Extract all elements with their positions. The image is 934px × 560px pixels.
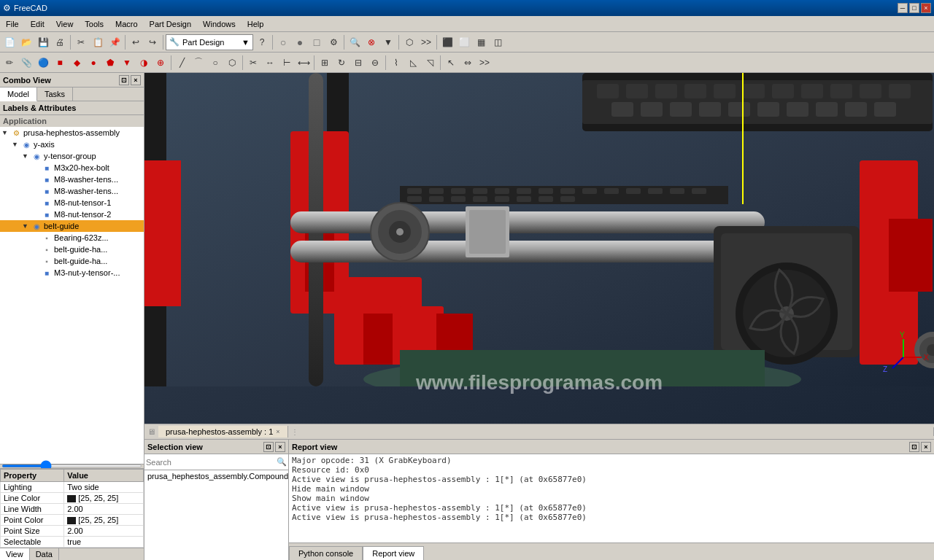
tb-paste[interactable]: 📌 — [107, 34, 123, 50]
tb2-constrain[interactable]: ⊢ — [279, 55, 295, 71]
tb2-red1[interactable]: ■ — [52, 55, 68, 71]
tb-cut[interactable]: ✂ — [73, 34, 89, 50]
menu-file[interactable]: File — [0, 18, 25, 30]
tb-help-wb[interactable]: ? — [254, 34, 270, 50]
tree-item-m3nut[interactable]: ■ M3-nut-y-tensor-... — [0, 267, 144, 279]
tb-measure[interactable]: ⊗ — [363, 34, 379, 50]
tb-circle2[interactable]: ● — [292, 34, 308, 50]
viewport-tab-main[interactable]: prusa-hephestos-assembly : 1 × — [158, 426, 288, 438]
tb-open[interactable]: 📂 — [18, 34, 34, 50]
tb-print[interactable]: 🖨 — [52, 34, 68, 50]
tb2-fillet[interactable]: ⌇ — [388, 55, 404, 71]
maximize-button[interactable]: □ — [909, 3, 919, 13]
tb2-red4[interactable]: ⬟ — [102, 55, 118, 71]
viewport-3d[interactable]: X Y Z www.filesprogramas.com — [144, 73, 934, 424]
tab-tasks[interactable]: Tasks — [37, 88, 73, 101]
report-close-button[interactable]: × — [921, 442, 931, 452]
menu-tools[interactable]: Tools — [79, 18, 109, 30]
sel-float-button[interactable]: ⊡ — [263, 442, 274, 452]
tb2-poly[interactable]: ⬡ — [224, 55, 240, 71]
tab-model[interactable]: Model — [0, 88, 37, 101]
tree-slider[interactable] — [1, 464, 142, 467]
minimize-button[interactable]: ─ — [898, 3, 908, 13]
workbench-dropdown[interactable]: 🔧 Part Design ▼ — [166, 34, 253, 50]
tb-view4[interactable]: ◫ — [490, 34, 506, 50]
close-button[interactable]: × — [921, 3, 931, 13]
tree-item-m8n2[interactable]: ■ M8-nut-tensor-2 — [0, 209, 144, 220]
tree-arrow-m8w2 — [32, 187, 41, 195]
tab-python-console[interactable]: Python console — [289, 546, 363, 560]
tb2-red7[interactable]: ⊕ — [153, 55, 169, 71]
tb-more[interactable]: >> — [418, 34, 434, 50]
tree-item-m8w2[interactable]: ■ M8-washer-tens... — [0, 185, 144, 197]
tb2-extrude[interactable]: ⊞ — [317, 55, 333, 71]
tb2-dim[interactable]: ⟷ — [296, 55, 312, 71]
tree-item-m8n1[interactable]: ■ M8-nut-tensor-1 — [0, 197, 144, 209]
tb2-draft[interactable]: ◹ — [422, 55, 438, 71]
menu-part-design[interactable]: Part Design — [144, 18, 197, 30]
tree-item-assembly[interactable]: ▼ ⚙ prusa-hephestos-assembly — [0, 127, 144, 139]
tb2-extend[interactable]: ↔ — [262, 55, 278, 71]
titlebar-controls[interactable]: ─ □ × — [898, 3, 931, 13]
search-input[interactable] — [146, 458, 277, 467]
menu-macro[interactable]: Macro — [109, 18, 144, 30]
menu-help[interactable]: Help — [242, 18, 270, 30]
tab-view[interactable]: View — [0, 548, 30, 560]
tb2-red2[interactable]: ◆ — [69, 55, 85, 71]
tree-item-ytensor[interactable]: ▼ ◉ y-tensor-group — [0, 150, 144, 162]
tb2-red6[interactable]: ◑ — [136, 55, 152, 71]
tb-zoom[interactable]: 🔍 — [347, 34, 363, 50]
tb-square[interactable]: □ — [309, 34, 325, 50]
report-view-controls[interactable]: ⊡ × — [909, 442, 931, 452]
tb2-red3[interactable]: ● — [85, 55, 101, 71]
sel-view-controls[interactable]: ⊡ × — [263, 442, 285, 452]
tree-item-m3bolt[interactable]: ■ M3x20-hex-bolt — [0, 162, 144, 174]
tb-gear[interactable]: ⚙ — [325, 34, 341, 50]
tb-circle1[interactable]: ○ — [275, 34, 291, 50]
tb-redo[interactable]: ↪ — [144, 34, 161, 50]
menu-edit[interactable]: Edit — [25, 18, 50, 30]
combo-view-controls[interactable]: ⊡ × — [119, 75, 141, 85]
tree-item-beltguide[interactable]: ▼ ◉ belt-guide — [0, 220, 144, 232]
menu-windows[interactable]: Windows — [197, 18, 242, 30]
tree-item-bearing[interactable]: ▪ Bearing-623z... — [0, 232, 144, 244]
tb2-red5[interactable]: ▼ — [119, 55, 135, 71]
tb2-circle[interactable]: ○ — [207, 55, 223, 71]
tree-item-yaxis[interactable]: ▼ ◉ y-axis — [0, 139, 144, 150]
tb-undo[interactable]: ↩ — [128, 34, 144, 50]
tb-view2[interactable]: ⬜ — [456, 34, 472, 50]
svg-rect-60 — [539, 196, 553, 202]
tb2-revolve[interactable]: ↻ — [333, 55, 350, 71]
tb-nav-arrow[interactable]: ▼ — [380, 34, 396, 50]
tb2-line[interactable]: ╱ — [174, 55, 190, 71]
tb2-attach[interactable]: 📎 — [18, 55, 34, 71]
tb-save[interactable]: 💾 — [35, 34, 51, 50]
tab-data[interactable]: Data — [30, 548, 59, 560]
sel-close-button[interactable]: × — [275, 442, 285, 452]
tree-item-m8w1[interactable]: ■ M8-washer-tens... — [0, 174, 144, 185]
tb2-mirror[interactable]: ⇔ — [460, 55, 476, 71]
tb2-pocket[interactable]: ⊟ — [350, 55, 366, 71]
tab-report-view[interactable]: Report view — [363, 546, 424, 560]
tb2-trim[interactable]: ✂ — [245, 55, 261, 71]
svg-rect-22 — [845, 102, 867, 117]
viewport-tab-close[interactable]: × — [276, 428, 279, 435]
tb-view3[interactable]: ▦ — [473, 34, 489, 50]
tb2-more2[interactable]: >> — [476, 55, 493, 71]
tb-view1[interactable]: ⬛ — [439, 34, 455, 50]
report-float-button[interactable]: ⊡ — [909, 442, 919, 452]
tree-item-bgh2[interactable]: ▪ belt-guide-ha... — [0, 255, 144, 267]
tb-new[interactable]: 📄 — [1, 34, 18, 50]
tb2-groove[interactable]: ⊖ — [367, 55, 383, 71]
tb2-sketch[interactable]: ✏ — [1, 55, 18, 71]
tb2-body[interactable]: 🔵 — [35, 55, 51, 71]
combo-float-button[interactable]: ⊡ — [119, 75, 129, 85]
tb2-move[interactable]: ↖ — [443, 55, 459, 71]
menu-view[interactable]: View — [50, 18, 80, 30]
tree-item-bgh1[interactable]: ▪ belt-guide-ha... — [0, 244, 144, 255]
combo-close-button[interactable]: × — [131, 75, 141, 85]
tb2-chamfer[interactable]: ◺ — [405, 55, 421, 71]
tb-3d-cube[interactable]: ⬡ — [401, 34, 417, 50]
tb-copy[interactable]: 📋 — [90, 34, 106, 50]
tb2-arc[interactable]: ⌒ — [190, 55, 207, 71]
